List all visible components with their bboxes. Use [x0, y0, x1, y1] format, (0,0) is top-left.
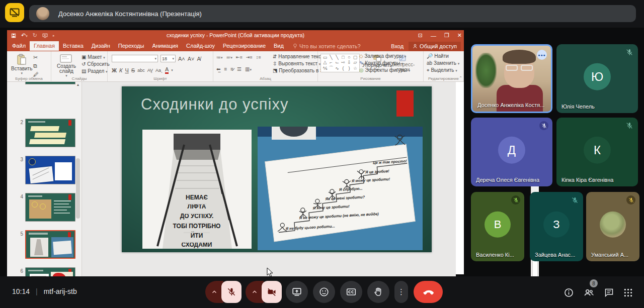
tile-options-icon[interactable]: ●●●	[537, 50, 547, 60]
new-slide-button[interactable]: Создать слайд▾	[54, 54, 78, 78]
thumbnail-scrollbar[interactable]: ▲ ▼	[75, 83, 80, 292]
tab-design[interactable]: Дизайн	[88, 41, 114, 51]
tell-me-search[interactable]: Что вы хотите сделать?	[293, 43, 361, 49]
end-call-button[interactable]	[414, 281, 443, 303]
close-icon[interactable]: ✕	[457, 32, 462, 39]
slide-image-stairs-photo[interactable]: НЕМАЄ ЛІФТА ДО УСПІХУ. ТОБІ ПОТРІБНО ЙТИ…	[142, 130, 252, 249]
shapes-gallery[interactable]: ▭╲╲□○▢ △⌐⌙⇨⇩▱ ⅍⌒∿()☆	[320, 54, 360, 72]
slide-editing-area: Сходинки до успіху	[82, 82, 456, 284]
divider: |	[36, 287, 38, 295]
slide-image-stairs-drawing[interactable]: Це ж так просто! Я це зробив! Я можу це …	[258, 127, 423, 250]
presentation-off-icon	[9, 7, 21, 19]
shape-effects-button[interactable]: ◎ Эффекты фигуры ▾	[359, 67, 410, 73]
tab-home[interactable]: Главная	[30, 41, 59, 51]
thumbnail-slide-2[interactable]	[25, 119, 75, 147]
tile-name: Зайцева Анас...	[535, 252, 575, 258]
reset-button[interactable]: ↺ Сбросить	[82, 61, 110, 67]
align-left-icon[interactable]: ⬅̲	[216, 66, 220, 72]
find-button[interactable]: 🔎 Найти	[427, 53, 459, 59]
paste-button[interactable]: Вставить▾	[11, 54, 32, 75]
minimize-icon[interactable]: —	[431, 33, 436, 39]
slide-canvas[interactable]: Сходинки до успіху	[122, 86, 432, 252]
replace-button[interactable]: ab Заменить ▾	[427, 60, 459, 66]
camera-options-button[interactable]	[246, 281, 264, 303]
increase-indent-icon[interactable]: ⇥≡	[246, 55, 253, 60]
tab-insert[interactable]: Вставка	[59, 41, 88, 51]
grow-font-icon[interactable]: A˄	[178, 56, 185, 62]
clear-format-icon[interactable]: A̸	[197, 56, 201, 62]
section-button[interactable]: ▤ Раздел ▾	[82, 68, 110, 74]
font-color-caret[interactable]: ▾	[171, 68, 173, 72]
shape-fill-button[interactable]: ◇ Заливка фигуры ▾	[359, 53, 410, 59]
justify-icon[interactable]: ☰	[237, 66, 242, 72]
text-shadow-icon[interactable]: abc	[137, 68, 145, 73]
font-color-icon[interactable]: A	[165, 66, 169, 74]
presenter-banner[interactable]: Досенко Анжеліка Костянтинівна (Презента…	[29, 5, 636, 22]
camera-on-button[interactable]	[262, 281, 282, 303]
font-group: ▾ 18▾ A˄ A˅ A̸ Ж К Ч S abc AV̠ Aa˯ A ▾	[108, 51, 213, 81]
character-spacing-icon[interactable]: AV̠	[147, 68, 153, 73]
thumbnail-slide-5-selected[interactable]	[25, 230, 75, 259]
restore-icon[interactable]: ❐	[444, 32, 449, 39]
font-size-combobox[interactable]: 18▾	[160, 55, 176, 62]
line-spacing-icon[interactable]: ↕≡	[256, 55, 261, 60]
mic-options-button[interactable]	[205, 281, 223, 303]
tile-participant[interactable]: З Зайцева Анас...	[530, 192, 583, 261]
plant-decor	[475, 53, 497, 88]
mic-unmute-button[interactable]	[221, 281, 242, 303]
select-button[interactable]: ⌖ Выделить ▾	[427, 67, 459, 73]
shrink-font-icon[interactable]: A˅	[188, 56, 195, 62]
bullets-icon[interactable]: ≔▾	[216, 55, 223, 60]
more-options-button[interactable]: ⋮	[394, 281, 408, 303]
bold-icon[interactable]: Ж	[112, 67, 117, 73]
change-case-icon[interactable]: Aa˯	[155, 68, 163, 73]
shape-format-buttons: ◇ Заливка фигуры ▾ ✎ Контур фигуры ▾ ◎ Э…	[359, 53, 410, 73]
activities-button[interactable]	[622, 286, 634, 298]
align-center-icon[interactable]: ≡	[224, 66, 227, 72]
tile-participant[interactable]: Д Дереча Олеся Євгенівна	[471, 118, 552, 186]
tab-transitions[interactable]: Переходы	[114, 41, 148, 51]
ppt-title-bar[interactable]: ↶▾ ↻ ▸ сходинки успіху - PowerPoint (Сбо…	[7, 30, 464, 41]
numbering-icon[interactable]: ≕▾	[226, 55, 233, 60]
tab-slideshow[interactable]: Слайд-шоу	[182, 41, 219, 51]
align-right-icon[interactable]: ≡̷	[230, 66, 233, 72]
thumbnail-slide-4[interactable]	[25, 193, 75, 222]
font-name-combobox[interactable]: ▾	[112, 55, 158, 62]
stop-presenting-button[interactable]	[5, 3, 24, 22]
raise-hand-button[interactable]	[367, 281, 389, 303]
ribbon-display-options-icon[interactable]: ⊡	[418, 32, 423, 39]
layout-button[interactable]: ▣ Макет ▾	[82, 54, 110, 60]
tile-presenter-video[interactable]: ●●● Досенко Анжеліка Костя...	[471, 44, 552, 113]
meeting-details-button[interactable]	[562, 286, 575, 298]
columns-icon[interactable]: ▥▾	[245, 66, 252, 72]
tile-participant[interactable]: К Кіпка Кіра Євгенівна	[556, 118, 638, 186]
tile-participant[interactable]: В Василенко Кі...	[471, 192, 524, 261]
cut-icon[interactable]: ✂	[33, 54, 39, 61]
meeting-code: mtf-arij-stb	[44, 287, 77, 295]
hand-icon	[373, 286, 384, 297]
collapse-ribbon-icon[interactable]: ⌃	[459, 76, 462, 80]
captions-button[interactable]	[340, 281, 362, 303]
decrease-indent-icon[interactable]: ⇤≡	[236, 55, 243, 60]
tile-participant[interactable]: Ю Юлія Чепель	[556, 44, 638, 113]
strikethrough-icon[interactable]: S	[131, 67, 135, 73]
share-button[interactable]: Общий доступ	[409, 42, 461, 51]
tab-file[interactable]: Файл	[8, 41, 30, 51]
tab-view[interactable]: Вид	[270, 41, 288, 51]
thumbnail-slide-1-partial[interactable]	[25, 82, 75, 84]
tab-animations[interactable]: Анимация	[148, 41, 182, 51]
shape-outline-button[interactable]: ✎ Контур фигуры ▾	[359, 60, 410, 66]
present-now-button[interactable]	[286, 281, 308, 303]
chat-button[interactable]	[603, 286, 615, 298]
thumbnail-slide-3[interactable]	[25, 156, 75, 184]
slide-title[interactable]: Сходинки до успіху	[141, 95, 288, 114]
copy-icon[interactable]: ⧉	[33, 63, 39, 69]
underline-icon[interactable]: Ч	[125, 67, 128, 73]
slide-red-accent[interactable]	[396, 90, 414, 117]
tile-participant[interactable]: Уманський А...	[586, 192, 639, 261]
show-people-button[interactable]	[583, 286, 595, 298]
reactions-button[interactable]	[313, 281, 335, 303]
italic-icon[interactable]: К	[119, 67, 122, 73]
sign-in-link[interactable]: Вход	[391, 43, 404, 49]
tab-review[interactable]: Рецензирование	[219, 41, 270, 51]
